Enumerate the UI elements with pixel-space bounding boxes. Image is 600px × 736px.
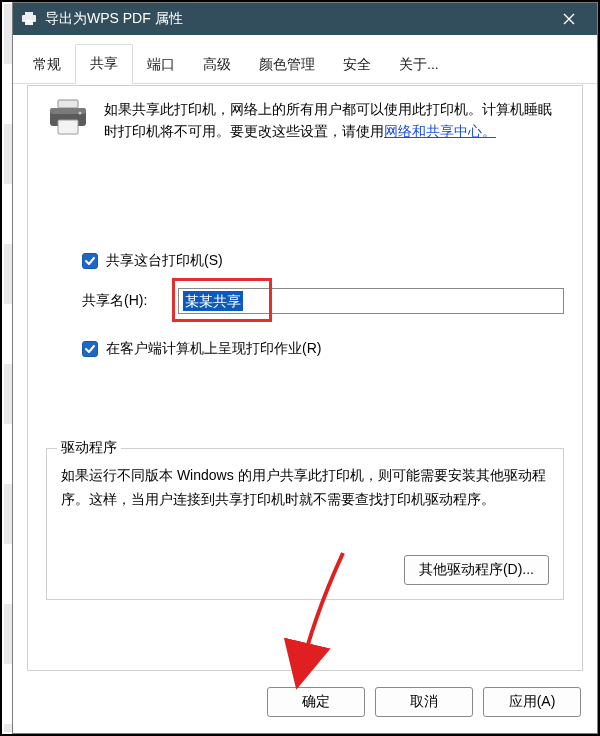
tab-advanced[interactable]: 高级 xyxy=(189,46,245,84)
tab-general[interactable]: 常规 xyxy=(19,46,75,84)
apply-button[interactable]: 应用(A) xyxy=(483,687,581,717)
tab-color-management[interactable]: 颜色管理 xyxy=(245,46,329,84)
printer-icon xyxy=(21,12,37,26)
info-row: 如果共享此打印机，网络上的所有用户都可以使用此打印机。计算机睡眠时打印机将不可用… xyxy=(46,98,564,142)
tab-sharing[interactable]: 共享 xyxy=(75,44,133,84)
ok-button[interactable]: 确定 xyxy=(267,687,365,717)
drivers-group-body: 如果运行不同版本 Windows 的用户共享此打印机，则可能需要安装其他驱动程序… xyxy=(61,463,549,511)
svg-rect-0 xyxy=(25,12,33,15)
render-on-client-row: 在客户端计算机上呈现打印作业(R) xyxy=(82,340,564,358)
window-title: 导出为WPS PDF 属性 xyxy=(45,10,549,28)
svg-rect-2 xyxy=(25,20,33,25)
tab-strip: 常规 共享 端口 高级 颜色管理 安全 关于... xyxy=(13,35,597,84)
tab-about[interactable]: 关于... xyxy=(385,46,453,84)
check-icon xyxy=(84,343,96,355)
drivers-group: 驱动程序 如果运行不同版本 Windows 的用户共享此打印机，则可能需要安装其… xyxy=(46,448,564,600)
cancel-button[interactable]: 取消 xyxy=(375,687,473,717)
drivers-group-title: 驱动程序 xyxy=(57,439,121,457)
svg-rect-6 xyxy=(58,120,78,134)
info-text: 如果共享此打印机，网络上的所有用户都可以使用此打印机。计算机睡眠时打印机将不可用… xyxy=(104,98,564,142)
titlebar: 导出为WPS PDF 属性 xyxy=(13,3,597,35)
other-drivers-button[interactable]: 其他驱动程序(D)... xyxy=(404,555,549,585)
share-printer-row: 共享这台打印机(S) xyxy=(82,252,564,270)
tab-security[interactable]: 安全 xyxy=(329,46,385,84)
render-on-client-label: 在客户端计算机上呈现打印作业(R) xyxy=(106,340,321,358)
share-name-label: 共享名(H): xyxy=(82,292,178,310)
share-form: 共享这台打印机(S) 共享名(H): 某某共享 xyxy=(46,252,564,358)
close-button[interactable] xyxy=(549,3,589,35)
render-on-client-checkbox[interactable] xyxy=(82,341,98,357)
close-icon xyxy=(563,13,575,25)
properties-dialog: 导出为WPS PDF 属性 常规 共享 端口 高级 颜色管理 安全 关于... xyxy=(12,2,598,734)
printer-large-icon xyxy=(46,98,90,138)
svg-rect-3 xyxy=(58,100,78,108)
svg-point-7 xyxy=(79,112,82,115)
sharing-panel: 如果共享此打印机，网络上的所有用户都可以使用此打印机。计算机睡眠时打印机将不可用… xyxy=(27,85,583,671)
dialog-buttons: 确定 取消 应用(A) xyxy=(267,687,581,717)
check-icon xyxy=(84,255,96,267)
background-sliver xyxy=(4,4,12,732)
share-name-row: 共享名(H): 某某共享 xyxy=(82,288,564,314)
share-name-input[interactable] xyxy=(178,288,564,314)
share-printer-checkbox[interactable] xyxy=(82,253,98,269)
tab-ports[interactable]: 端口 xyxy=(133,46,189,84)
share-printer-label: 共享这台打印机(S) xyxy=(106,252,223,270)
network-sharing-center-link[interactable]: 网络和共享中心。 xyxy=(384,123,496,139)
